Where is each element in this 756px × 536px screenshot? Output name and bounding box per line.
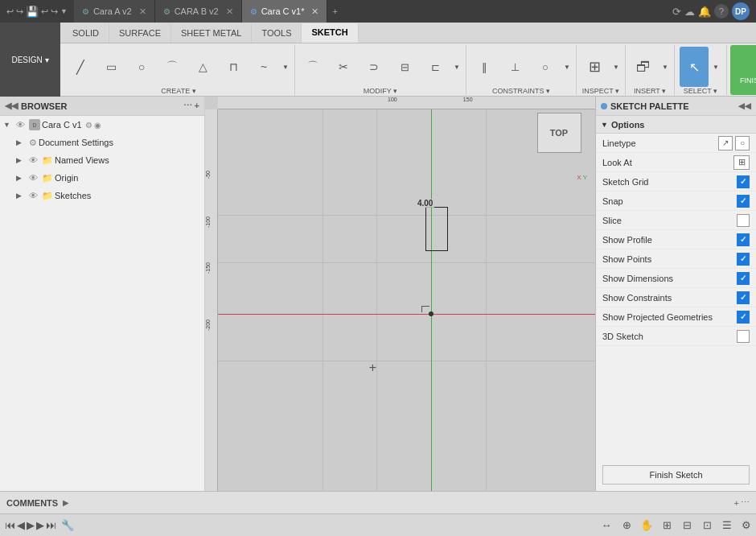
expand-arrow-3[interactable]: ▶ <box>16 156 27 164</box>
circle-tool[interactable]: ○ <box>127 47 156 87</box>
arc-tool[interactable]: ⌒ <box>158 47 187 87</box>
snap-checkbox[interactable]: ✓ <box>737 195 750 208</box>
create-dropdown[interactable]: ▼ <box>280 47 291 87</box>
view-tool-4[interactable]: ⊞ <box>658 517 676 534</box>
add-tab-button[interactable]: + <box>327 0 342 23</box>
browser-options[interactable]: ⋯ <box>183 101 192 111</box>
rectangle-tool[interactable]: ▭ <box>97 47 125 87</box>
visibility-toggle-2[interactable]: 👁 <box>29 155 40 165</box>
constraint1[interactable]: ‖ <box>470 47 499 87</box>
expand-arrow-2[interactable]: ▶ <box>16 138 27 146</box>
item-settings[interactable]: ⚙ <box>85 121 92 130</box>
triangle-tool[interactable]: △ <box>188 47 217 87</box>
view-tool-3[interactable]: ✋ <box>638 517 655 534</box>
show-projected-checkbox[interactable]: ✓ <box>737 311 750 324</box>
tab-cara-a-close[interactable]: ✕ <box>139 6 146 17</box>
refresh-icon[interactable]: ⟳ <box>672 6 681 18</box>
tab-cara-c-close[interactable]: ✕ <box>311 6 318 17</box>
browser-add[interactable]: + <box>195 101 199 111</box>
options-section-header[interactable]: ▼ Options <box>596 116 756 134</box>
nav-prev-prev[interactable]: ⏮ <box>5 519 15 531</box>
modify-dropdown[interactable]: ▼ <box>451 47 462 87</box>
tab-cara-a-v2[interactable]: ⚙ Cara A v2 ✕ <box>74 0 155 23</box>
view-tool-2[interactable]: ⊕ <box>618 517 635 534</box>
polyline-tool[interactable]: ⊓ <box>219 47 248 87</box>
show-profile-checkbox[interactable]: ✓ <box>737 233 750 246</box>
comments-expand[interactable]: ▶ <box>63 498 69 507</box>
show-dimensions-checkbox[interactable]: ✓ <box>737 272 750 285</box>
expand-arrow-4[interactable]: ▶ <box>16 174 27 182</box>
select-tool[interactable]: ↖ <box>680 47 709 87</box>
browser-item-origin[interactable]: ▶ 👁 📁 Origin <box>0 169 204 187</box>
cloud-icon[interactable]: ☁ <box>684 6 695 18</box>
insert-dropdown[interactable]: ▼ <box>659 47 671 87</box>
browser-collapse[interactable]: ◀◀ <box>5 101 18 111</box>
lookat-btn[interactable]: ⊞ <box>733 155 750 170</box>
undo2-icon[interactable]: ↩ <box>41 6 48 17</box>
nav-play[interactable]: ▶ <box>27 519 35 531</box>
linetype-btn-1[interactable]: ↗ <box>718 136 733 150</box>
visibility-toggle-4[interactable]: 👁 <box>29 191 40 200</box>
view-tool-7[interactable]: ☰ <box>718 517 736 534</box>
3d-sketch-checkbox[interactable] <box>737 330 750 343</box>
palette-finish-sketch-button[interactable]: Finish Sketch <box>602 465 750 484</box>
mode-tab-tools[interactable]: TOOLS <box>252 23 302 43</box>
sketch-grid-checkbox[interactable]: ✓ <box>737 175 750 188</box>
mode-tab-sheet-metal[interactable]: SHEET METAL <box>171 23 252 43</box>
show-constraints-checkbox[interactable]: ✓ <box>737 291 750 304</box>
browser-item-named-views[interactable]: ▶ 👁 📁 Named Views <box>0 151 204 169</box>
insert-tool[interactable]: 🗗 <box>629 47 658 87</box>
trim-tool[interactable]: ✂ <box>329 47 358 87</box>
show-points-checkbox[interactable]: ✓ <box>737 253 750 266</box>
fillet-tool[interactable]: ⌒ <box>298 47 327 87</box>
history-dropdown[interactable]: ▼ <box>60 7 68 15</box>
constraint3[interactable]: ○ <box>531 47 560 87</box>
browser-item-sketches[interactable]: ▶ 👁 📁 Sketches <box>0 187 204 204</box>
offset-tool[interactable]: ⊏ <box>421 47 450 87</box>
slice-checkbox[interactable] <box>737 214 750 227</box>
mode-tab-sketch[interactable]: SKETCH <box>302 23 358 43</box>
line-tool[interactable]: ╱ <box>66 47 95 87</box>
user-avatar[interactable]: DP <box>732 2 750 20</box>
expand-arrow[interactable]: ▼ <box>3 121 14 129</box>
item-more[interactable]: ◉ <box>94 121 101 130</box>
notification-icon[interactable]: 🔔 <box>698 6 711 18</box>
browser-item-cara-c[interactable]: ▼ 👁 D Cara C v1 ⚙ ◉ <box>0 116 204 134</box>
palette-expand-icon[interactable]: ◀◀ <box>738 101 751 110</box>
constraint2[interactable]: ⊥ <box>500 47 529 87</box>
constraints-dropdown[interactable]: ▼ <box>561 47 573 87</box>
nav-settings[interactable]: 🔧 <box>61 519 74 531</box>
comments-add[interactable]: + <box>734 498 739 508</box>
spline-tool[interactable]: ~ <box>249 47 278 87</box>
redo2-icon[interactable]: ↪ <box>51 6 58 17</box>
redo-icon[interactable]: ↪ <box>16 6 23 17</box>
expand-arrow-5[interactable]: ▶ <box>16 192 27 200</box>
visibility-toggle-3[interactable]: 👁 <box>29 173 40 183</box>
inspect-tool[interactable]: ⊞ <box>580 47 609 87</box>
extend-tool[interactable]: ⊃ <box>360 47 388 87</box>
save-icon[interactable]: 💾 <box>26 6 39 18</box>
view-tool-5[interactable]: ⊟ <box>678 517 696 534</box>
nav-prev[interactable]: ◀ <box>17 519 25 531</box>
browser-item-doc-settings[interactable]: ▶ ⚙ Document Settings <box>0 134 204 151</box>
design-button[interactable]: DESIGN ▾ <box>0 23 60 97</box>
mode-tab-surface[interactable]: SURFACE <box>109 23 171 43</box>
help-icon[interactable]: ? <box>714 4 729 19</box>
undo-icon[interactable]: ↩ <box>6 6 14 17</box>
mirror-tool[interactable]: ⊟ <box>390 47 419 87</box>
select-dropdown[interactable]: ▼ <box>710 47 721 87</box>
inspect-dropdown[interactable]: ▼ <box>610 47 622 87</box>
view-cube[interactable]: TOP X Y <box>531 113 587 169</box>
visibility-toggle[interactable]: 👁 <box>16 120 27 130</box>
mode-tab-solid[interactable]: SOLID <box>63 23 109 43</box>
nav-next[interactable]: ▶ <box>36 519 44 531</box>
view-settings[interactable]: ⚙ <box>742 519 751 531</box>
nav-next-next[interactable]: ⏭ <box>46 519 56 531</box>
view-tool-1[interactable]: ↔ <box>598 517 615 534</box>
tab-cara-c-v1[interactable]: ⚙ Cara C v1* ✕ <box>242 0 328 23</box>
finish-sketch-button[interactable]: ✓ FINISH SKETCH ▾ <box>730 45 756 95</box>
view-tool-6[interactable]: ⊡ <box>698 517 716 534</box>
comments-more[interactable]: ⋯ <box>741 497 750 508</box>
tab-cara-b-v2[interactable]: ⚙ CARA B v2 ✕ <box>155 0 242 23</box>
tab-cara-b-close[interactable]: ✕ <box>226 6 233 17</box>
